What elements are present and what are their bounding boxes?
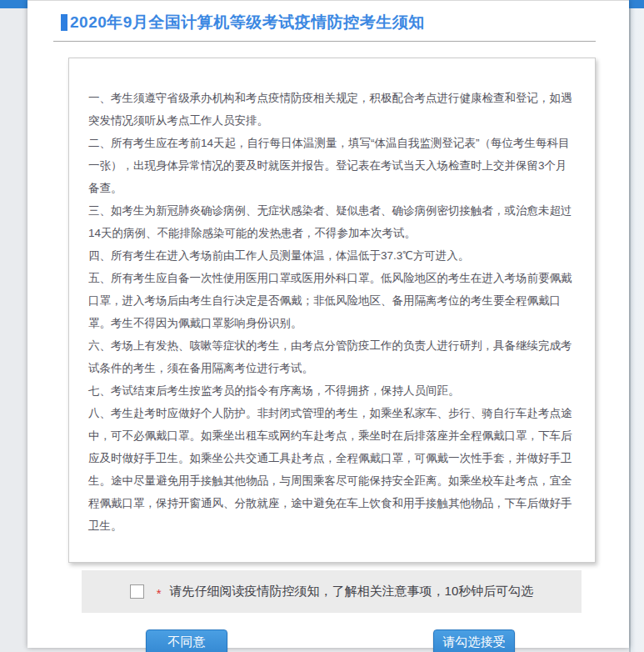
notice-paragraph-5: 五、所有考生应自备一次性使用医用口罩或医用外科口罩。低风险地区的考生在进入考场前… [88,267,577,334]
accept-button[interactable]: 请勾选接受 [433,629,515,652]
consent-label: 请先仔细阅读疫情防控须知，了解相关注意事项，10秒钟后可勾选 [170,584,534,599]
notice-paragraph-6: 六、考场上有发热、咳嗽等症状的考生，由考点分管防疫工作的负责人进行研判，具备继续… [88,334,577,379]
notice-paragraph-7: 七、考试结束后考生按监考员的指令有序离场，不得拥挤，保持人员间距。 [88,379,577,402]
consent-bar: * 请先仔细阅读疫情防控须知，了解相关注意事项，10秒钟后可勾选 [82,570,582,613]
title-section: 2020年9月全国计算机等级考试疫情防控考生须知 [53,1,596,42]
consent-checkbox[interactable] [130,584,144,599]
title-marker-icon [61,14,67,31]
buttons-row: 不同意 请勾选接受 [27,629,629,652]
notice-paragraph-8: 八、考生赴考时应做好个人防护。非封闭式管理的考生，如乘坐私家车、步行、骑自行车赴… [88,402,577,537]
notice-paragraph-4: 四、所有考生在进入考场前由工作人员测量体温，体温低于37.3℃方可进入。 [88,244,577,267]
notice-paragraph-1: 一、考生须遵守省级承办机构和考点疫情防疫相关规定，积极配合考点进行健康检查和登记… [88,87,577,132]
scrollbar[interactable] [629,8,644,652]
notice-paragraph-2: 二、所有考生应在考前14天起，自行每日体温测量，填写“体温自我监测登记表”（每位… [88,132,577,199]
page-title: 2020年9月全国计算机等级考试疫情防控考生须知 [70,12,425,33]
notice-box: 一、考生须遵守省级承办机构和考点疫情防疫相关规定，积极配合考点进行健康检查和登记… [68,58,596,563]
content-card: 2020年9月全国计算机等级考试疫情防控考生须知 一、考生须遵守省级承办机构和考… [27,0,629,648]
required-asterisk: * [157,586,162,600]
disagree-button[interactable]: 不同意 [146,629,227,652]
notice-paragraph-3: 三、如考生为新冠肺炎确诊病例、无症状感染者、疑似患者、确诊病例密切接触者，或治愈… [88,199,577,244]
